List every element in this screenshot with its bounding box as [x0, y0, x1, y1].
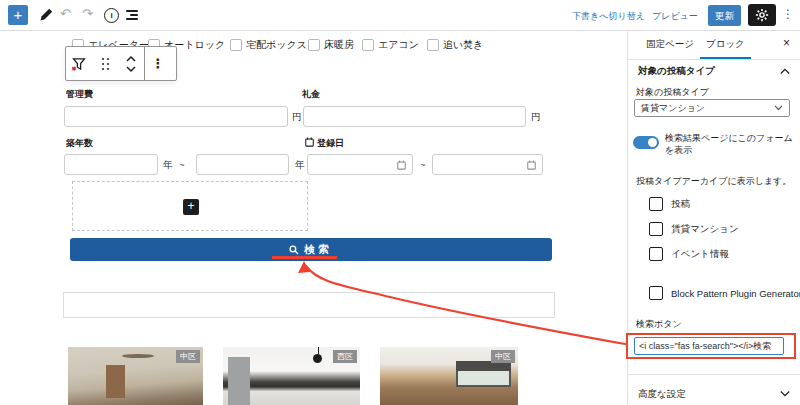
range-tilde: ~ [179, 159, 185, 170]
post-type-select[interactable]: 賃貸マンション [634, 99, 790, 117]
listing-photo[interactable]: 中区 [68, 347, 203, 405]
listing-photo[interactable]: 西区 [223, 347, 360, 405]
archive-heading: 投稿タイプアーカイブに表示します。 [636, 175, 791, 188]
panel-target-post-type[interactable]: 対象の投稿タイプ [628, 60, 800, 82]
year-suffix: 年 [163, 159, 173, 172]
settings-button[interactable] [748, 4, 776, 26]
pendant-light [313, 354, 322, 363]
yen-suffix: 円 [531, 111, 541, 124]
checkbox-icon[interactable] [649, 222, 663, 236]
preview-link[interactable]: プレビュー [652, 10, 698, 23]
annotation-underline [272, 256, 337, 259]
undo-button[interactable]: ↶ [60, 6, 71, 21]
block-options-button[interactable]: ⋮ [145, 47, 171, 80]
registration-date-to-input[interactable] [432, 154, 543, 175]
post-type-select-label: 対象の投稿タイプ [636, 86, 709, 99]
search-icon [289, 245, 299, 255]
yen-suffix: 円 [292, 111, 302, 124]
archive-option-block-pattern[interactable]: Block Pattern Plugin Generator [649, 286, 800, 300]
tab-block[interactable]: ブロック [700, 30, 751, 59]
calendar-icon [397, 160, 406, 170]
area-badge: 中区 [491, 350, 515, 363]
listing-photo[interactable]: 中区 [380, 347, 518, 405]
add-block-button[interactable]: + [8, 5, 28, 25]
ceiling-fan [122, 354, 154, 358]
search-button-field-label: 検索ボタン [636, 318, 682, 331]
archive-option-post[interactable]: 投稿 [649, 197, 690, 211]
building-age-label: 築年数 [66, 137, 93, 150]
area-badge: 中区 [176, 350, 200, 363]
amenity-aircon[interactable]: エアコン [362, 38, 419, 52]
management-fee-input[interactable] [64, 106, 288, 127]
settings-sidebar: 固定ページ ブロック × 対象の投稿タイプ 対象の投稿タイプ 賃貸マンション 検… [627, 30, 800, 405]
archive-option-event-info[interactable]: イベント情報 [649, 247, 729, 261]
area-badge: 西区 [333, 350, 357, 363]
redo-button[interactable]: ↷ [82, 6, 93, 21]
sidebar-tabs: 固定ページ ブロック × [628, 30, 800, 60]
chevron-down-icon [774, 105, 783, 111]
range-tilde: ~ [420, 159, 426, 170]
checkbox-icon[interactable] [649, 197, 663, 211]
add-block-appender-button[interactable]: + [183, 199, 199, 215]
chevron-down-icon [780, 390, 790, 398]
archive-option-rental-mansion[interactable]: 賃貸マンション [649, 222, 739, 236]
toggle-label: 検索結果ページにこのフォームを表示 [665, 132, 797, 156]
empty-paragraph-block[interactable] [63, 292, 555, 318]
show-on-results-toggle[interactable] [633, 136, 659, 149]
registration-date-from-input[interactable] [307, 154, 413, 175]
gear-icon [755, 8, 769, 22]
more-options-button[interactable]: ⋮ [782, 7, 794, 21]
checkbox-icon[interactable] [230, 39, 242, 51]
panel-advanced-settings[interactable]: 高度な設定 [628, 382, 800, 405]
checkbox-icon[interactable] [649, 286, 663, 300]
year-suffix: 年 [295, 159, 305, 172]
management-fee-label: 管理費 [66, 88, 93, 101]
calendar-icon [527, 160, 536, 170]
key-money-input[interactable] [303, 106, 526, 127]
fridge [228, 357, 250, 405]
checkbox-icon[interactable] [308, 39, 320, 51]
checkbox-icon[interactable] [362, 39, 374, 51]
chevron-up-icon [780, 67, 790, 75]
details-info-button[interactable]: i [104, 8, 119, 23]
drag-handle-icon[interactable] [92, 47, 118, 80]
block-mover-buttons[interactable] [118, 47, 144, 80]
edit-tool-icon[interactable] [38, 7, 54, 23]
building-age-max-input[interactable] [196, 154, 289, 175]
registration-date-label: 登録日 [317, 137, 344, 150]
checkbox-icon[interactable] [427, 39, 439, 51]
amenity-delivery-box[interactable]: 宅配ボックス [230, 38, 307, 52]
close-sidebar-button[interactable]: × [783, 36, 790, 50]
checkbox-icon[interactable] [649, 247, 663, 261]
key-money-label: 礼金 [302, 88, 320, 101]
update-button[interactable]: 更新 [708, 5, 741, 26]
amenity-reheating[interactable]: 追い焚き [427, 38, 483, 52]
calendar-icon [305, 137, 314, 147]
editor-top-bar: + ↶ ↷ i 下書きへ切り替え プレビュー 更新 ⋮ [0, 0, 800, 31]
editor-canvas: エレベーター オートロック 宅配ボックス 床暖房 エアコン 追い焚き [0, 30, 627, 405]
tab-page[interactable]: 固定ページ [640, 30, 700, 59]
divider [628, 374, 800, 375]
block-editor-screen: + ↶ ↷ i 下書きへ切り替え プレビュー 更新 ⋮ [0, 0, 800, 405]
barn-door [106, 365, 125, 398]
switch-to-draft-link[interactable]: 下書きへ切り替え [572, 10, 645, 23]
building-age-min-input[interactable] [64, 154, 158, 175]
annotation-highlight-box [626, 333, 796, 359]
filter-search-block-icon[interactable] [66, 47, 92, 80]
amenity-floor-heating[interactable]: 床暖房 [308, 38, 354, 52]
block-toolbar: ⋮ [65, 46, 177, 81]
